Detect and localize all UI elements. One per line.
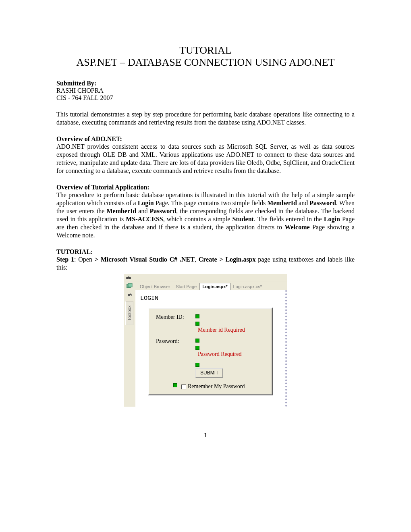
bold-password: Password <box>309 200 336 206</box>
svg-rect-4 <box>128 283 132 287</box>
tab-start-page[interactable]: Start Page <box>173 283 199 290</box>
remember-checkbox[interactable] <box>181 384 186 389</box>
text-segment: , <box>195 256 199 263</box>
overview-ado-heading: Overview of ADO.NET: <box>56 135 355 143</box>
page-number: 1 <box>56 432 355 439</box>
bold-login2: Login <box>324 216 340 222</box>
text-segment: , which contains a simple <box>163 216 232 222</box>
tab-login-aspx[interactable]: Login.aspx* <box>199 283 230 290</box>
vs-toolbar <box>124 274 287 281</box>
tab-object-browser[interactable]: Object Browser <box>137 283 173 290</box>
bold-student: Student <box>232 216 254 222</box>
vs-left-gutter: Toolbox <box>124 281 135 407</box>
bold-welcome: Welcome <box>284 224 309 231</box>
bold-memberid2: MemberId <box>106 208 136 214</box>
text-segment: and <box>297 200 309 206</box>
binoculars-icon <box>126 275 131 281</box>
control-marker-icon <box>195 346 199 350</box>
bold-password2: Password <box>150 208 176 214</box>
wrench-icon <box>127 293 133 299</box>
control-marker-icon <box>173 383 177 387</box>
doc-title-line2: ASP.NET – DATABASE CONNECTION USING ADO.… <box>56 56 355 69</box>
windows-icon <box>127 283 133 289</box>
login-panel: Member ID: Member id Required Password: <box>148 308 273 395</box>
text-segment: Page. This page contains two simple fiel… <box>154 200 268 206</box>
bold-msaccess: MS-ACCESS <box>126 216 163 222</box>
bold-memberid: MemberId <box>267 200 297 206</box>
step1-label: Step 1 <box>56 256 74 263</box>
member-id-label: Member ID: <box>156 314 193 320</box>
login-heading: LOGIN <box>140 295 281 302</box>
doc-title-line1: TUTORIAL <box>56 44 355 56</box>
text-segment: : Open <box>74 256 95 263</box>
tutorial-heading: TUTORIAL: <box>56 248 355 256</box>
password-validator: Password Required <box>198 351 265 357</box>
control-marker-icon <box>195 314 199 318</box>
overview-app-body: The procedure to perform basic database … <box>56 191 355 239</box>
overview-app-heading: Overview of Tutorial Application: <box>56 184 355 191</box>
password-label: Password: <box>156 338 193 345</box>
tab-login-aspx-cs[interactable]: Login.aspx.cs* <box>230 283 265 290</box>
step1-text: Step 1: Open > Microsoft Visual Studio C… <box>56 256 355 272</box>
control-marker-icon <box>195 339 199 343</box>
control-marker-icon <box>195 363 199 367</box>
intro-paragraph: This tutorial demonstrates a step by ste… <box>56 110 355 127</box>
designer-canvas[interactable]: LOGIN Member ID: Member id Required Pass… <box>135 290 287 407</box>
remember-label: Remember My Password <box>188 383 245 389</box>
control-marker-icon <box>195 322 199 326</box>
step1-vs: > Microsoft Visual Studio C# .NET <box>95 256 195 263</box>
text-segment: . The fields entered in the <box>254 216 324 222</box>
author-name: RASHI CHOPRA <box>56 87 355 94</box>
toolbox-tab[interactable]: Toolbox <box>125 301 133 325</box>
vs-screenshot: Toolbox Object Browser Start Page Login.… <box>124 274 287 407</box>
doc-tabs: Object Browser Start Page Login.aspx* Lo… <box>135 281 287 290</box>
member-validator: Member id Required <box>198 327 265 333</box>
submitted-by-label: Submitted By: <box>56 80 355 87</box>
text-segment: and <box>136 208 149 214</box>
overview-ado-body: ADO.NET provides consistent access to da… <box>56 143 355 175</box>
svg-rect-2 <box>128 276 129 278</box>
submit-button[interactable]: SUBMIT <box>195 368 223 378</box>
step1-create: Create > Login.aspx <box>199 256 256 263</box>
course-name: CIS - 764 FALL 2007 <box>56 94 355 102</box>
bold-login: Login <box>138 200 154 206</box>
